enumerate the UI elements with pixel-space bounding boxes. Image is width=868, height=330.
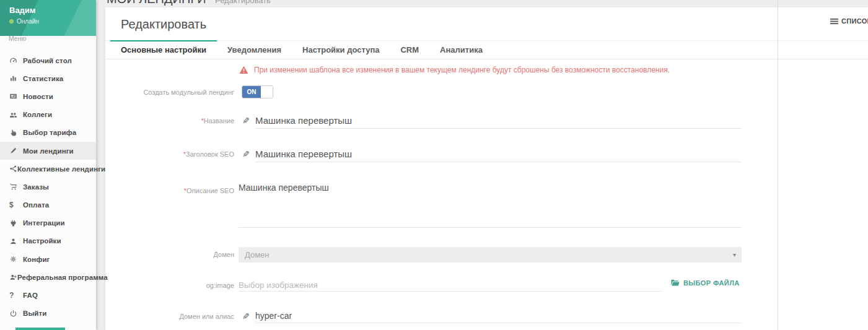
sidebar-item-label: Настройки (23, 237, 61, 245)
hand-pointer-icon (9, 129, 23, 137)
seo-description-row: *Описание SEO Машинка перевертыш (105, 183, 868, 228)
sidebar-menu: Рабочий стол Статистика Новости Коллеги … (0, 51, 96, 323)
sidebar-item-label: Новости (23, 93, 53, 100)
warning-icon (239, 66, 248, 74)
tab-bar: Основные настройки Уведомления Настройки… (105, 40, 868, 59)
sidebar-item-label: Выбор тарифа (23, 129, 76, 136)
sidebar: Вадим Онлайн Меню Рабочий стол Статистик… (0, 0, 96, 330)
domain-alias-row: Домен или алиас ✎ (105, 309, 868, 324)
og-image-row: og:image ВЫБОР ФАЙЛА (105, 279, 868, 292)
sidebar-item-faq[interactable]: ? FAQ (0, 286, 96, 304)
sidebar-item-dashboard[interactable]: Рабочий стол (0, 51, 96, 69)
module-toggle-row: Создать модульный лендинг ON (105, 85, 868, 99)
sidebar-item-my-landings[interactable]: Мои лендинги (0, 142, 96, 160)
sidebar-item-label: Коллективные лендинги (17, 165, 105, 173)
breadcrumb: МОИ ЛЕНДИНГИ Редактировать (107, 0, 271, 6)
bar-chart-icon (9, 74, 23, 82)
sidebar-item-label: Статистика (23, 75, 63, 82)
sidebar-item-label: Интеграции (23, 219, 65, 227)
og-image-input[interactable] (239, 279, 662, 292)
sidebar-item-tariff[interactable]: Выбор тарифа (0, 124, 96, 142)
sidebar-item-label: Заказы (23, 183, 49, 191)
tab-crm[interactable]: CRM (390, 40, 429, 59)
toggle-on-label: ON (242, 86, 261, 98)
seo-description-textarea[interactable]: Машинка перевертыш (239, 183, 742, 228)
domain-select[interactable]: Домен ▾ (239, 247, 742, 263)
seo-title-label: *Заголовок SEO (118, 146, 234, 163)
chevron-down-icon: ▾ (733, 247, 736, 263)
sidebar-item-stats[interactable]: Статистика (0, 69, 96, 87)
dashboard-icon (9, 56, 23, 64)
user-plus-icon (9, 273, 17, 281)
og-image-label: og:image (118, 279, 234, 292)
domain-label: Домен (118, 247, 234, 263)
tab-notifications[interactable]: Уведомления (217, 40, 292, 59)
sidebar-item-label: Рабочий стол (23, 57, 72, 64)
share-icon (9, 165, 17, 173)
sidebar-item-label: Конфиг (23, 256, 50, 263)
user-name: Вадим (9, 6, 35, 15)
domain-alias-input[interactable] (255, 309, 742, 323)
sidebar-item-label: Мои лендинги (23, 147, 74, 155)
sidebar-item-settings[interactable]: Настройки (0, 232, 96, 250)
sidebar-item-label: FAQ (23, 292, 38, 299)
sidebar-item-news[interactable]: Новости (0, 87, 96, 105)
module-toggle[interactable]: ON (242, 85, 273, 98)
pen-icon (9, 147, 23, 155)
sidebar-item-label: Оплата (23, 201, 49, 209)
seo-title-input[interactable] (255, 146, 742, 162)
users-icon (9, 111, 23, 119)
plug-icon (9, 219, 23, 227)
page-title: Редактировать (121, 17, 206, 32)
menu-section-label: Меню (9, 35, 26, 42)
domain-alias-label: Домен или алиас (118, 309, 234, 324)
sidebar-item-payment[interactable]: $ Оплата (0, 196, 96, 214)
sidebar-item-label: Коллеги (23, 111, 52, 118)
tab-access-settings[interactable]: Настройки доступа (292, 40, 390, 59)
cut-off-bottom-element (15, 328, 65, 330)
toggle-knob (261, 86, 273, 98)
dollar-icon: $ (9, 201, 23, 209)
pencil-icon: ✎ (242, 149, 250, 159)
sidebar-item-orders[interactable]: Заказы (0, 178, 96, 196)
file-select-button[interactable]: ВЫБОР ФАЙЛА (671, 279, 740, 287)
sidebar-item-logout[interactable]: Выйти (0, 305, 96, 323)
question-icon: ? (9, 291, 23, 300)
seo-description-label: *Описание SEO (118, 187, 234, 194)
file-select-label: ВЫБОР ФАЙЛА (683, 279, 740, 287)
user-status: Онлайн (9, 18, 39, 25)
name-row: *Название ✎ (105, 113, 868, 129)
user-icon (9, 237, 23, 245)
sidebar-item-config[interactable]: Конфиг (0, 250, 96, 268)
newspaper-icon (9, 92, 23, 100)
tab-main-settings[interactable]: Основные настройки (110, 40, 217, 59)
breadcrumb-sub: Редактировать (215, 0, 271, 5)
cart-icon (9, 183, 23, 191)
name-input[interactable] (255, 113, 742, 129)
gears-icon (9, 255, 23, 263)
pencil-icon: ✎ (242, 311, 250, 321)
domain-row: Домен Домен ▾ (105, 247, 868, 263)
folder-icon (671, 279, 680, 287)
sidebar-user-header: Вадим Онлайн (0, 0, 96, 36)
list-button[interactable]: СПИСОК (830, 17, 868, 25)
sidebar-item-collective-landings[interactable]: Коллективные лендинги (0, 160, 96, 178)
power-icon (9, 310, 23, 318)
sidebar-item-colleagues[interactable]: Коллеги (0, 106, 96, 124)
domain-select-value: Домен (245, 250, 270, 259)
name-label: *Название (118, 113, 234, 129)
breadcrumb-title: МОИ ЛЕНДИНГИ (107, 0, 206, 6)
sidebar-item-label: Выйти (23, 310, 46, 317)
sidebar-item-referral[interactable]: Реферальная программа (0, 268, 96, 286)
template-warning: При изменении шаблона все изменения в ва… (239, 66, 670, 74)
list-button-label: СПИСОК (841, 17, 868, 25)
scroll-divider (778, 0, 778, 330)
sidebar-item-label: Реферальная программа (17, 274, 108, 281)
edit-card: Редактировать СПИСОК Основные настройки … (105, 7, 868, 330)
module-toggle-label: Создать модульный лендинг (118, 85, 234, 99)
online-dot-icon (9, 19, 14, 24)
sidebar-item-integrations[interactable]: Интеграции (0, 214, 96, 232)
tab-analytics[interactable]: Аналитика (429, 40, 493, 59)
seo-title-row: *Заголовок SEO ✎ (105, 146, 868, 163)
user-status-label: Онлайн (17, 18, 39, 25)
